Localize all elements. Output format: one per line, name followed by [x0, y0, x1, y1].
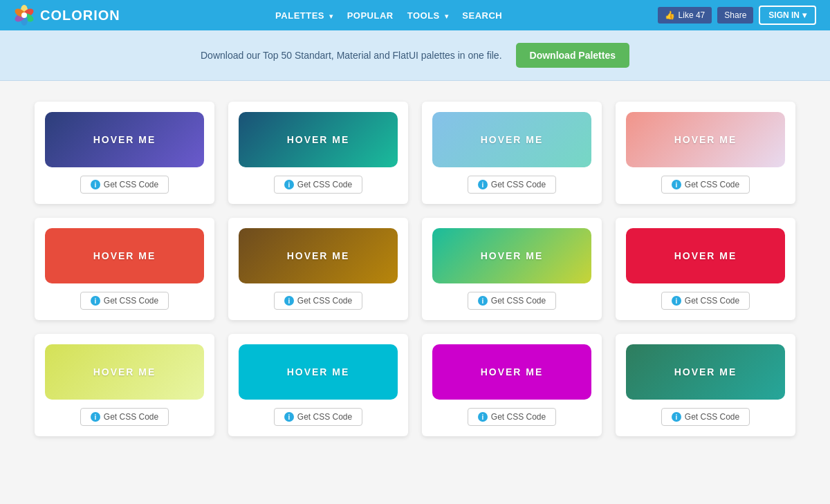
info-icon: i — [91, 296, 100, 306]
get-css-button[interactable]: iGet CSS Code — [80, 408, 169, 426]
css-button-label: Get CSS Code — [297, 180, 352, 189]
palette-swatch[interactable]: HOVER ME — [432, 112, 591, 167]
get-css-button[interactable]: iGet CSS Code — [468, 292, 556, 310]
palette-card: HOVER MEiGet CSS Code — [35, 218, 214, 320]
palette-card: HOVER MEiGet CSS Code — [228, 334, 408, 436]
get-css-button[interactable]: iGet CSS Code — [468, 176, 556, 194]
css-button-label: Get CSS Code — [685, 296, 739, 306]
palette-swatch[interactable]: HOVER ME — [45, 228, 204, 283]
palette-swatch[interactable]: HOVER ME — [45, 112, 204, 167]
nav-popular[interactable]: POPULAR — [347, 10, 394, 21]
palettes-arrow: ▾ — [329, 12, 333, 20]
like-label: Like 47 — [679, 10, 706, 20]
share-label: Share — [724, 10, 746, 20]
palette-card: HOVER MEiGet CSS Code — [616, 334, 795, 436]
css-button-label: Get CSS Code — [685, 412, 739, 422]
palette-hover-label: HOVER ME — [287, 366, 350, 377]
css-button-label: Get CSS Code — [297, 412, 352, 422]
palette-swatch[interactable]: HOVER ME — [432, 228, 591, 283]
palette-hover-label: HOVER ME — [481, 366, 544, 377]
get-css-button[interactable]: iGet CSS Code — [274, 408, 362, 426]
signin-label: SIGN IN — [768, 10, 800, 20]
tools-arrow: ▾ — [445, 12, 449, 20]
css-button-label: Get CSS Code — [104, 296, 158, 306]
css-button-label: Get CSS Code — [685, 180, 739, 189]
info-icon: i — [478, 412, 488, 422]
info-icon: i — [478, 296, 488, 306]
palette-hover-label: HOVER ME — [287, 250, 350, 261]
palette-hover-label: HOVER ME — [481, 250, 544, 261]
nav-search[interactable]: SEARCH — [462, 10, 502, 21]
palette-card: HOVER MEiGet CSS Code — [616, 218, 795, 320]
download-banner: Download our Top 50 Standart, Material a… — [0, 30, 830, 81]
palette-hover-label: HOVER ME — [93, 134, 156, 145]
get-css-button[interactable]: iGet CSS Code — [80, 292, 169, 310]
get-css-button[interactable]: iGet CSS Code — [274, 176, 362, 194]
info-icon: i — [672, 412, 681, 422]
thumbs-up-icon: 👍 — [665, 10, 675, 20]
nav-tools[interactable]: TOOLS ▾ — [407, 10, 449, 21]
css-button-label: Get CSS Code — [491, 296, 546, 306]
info-icon: i — [91, 412, 100, 422]
palette-swatch[interactable]: HOVER ME — [45, 344, 204, 400]
download-palettes-button[interactable]: Download Palettes — [516, 43, 629, 68]
palette-hover-label: HOVER ME — [93, 366, 156, 377]
css-button-label: Get CSS Code — [104, 180, 158, 189]
fb-share-button[interactable]: Share — [717, 7, 753, 24]
get-css-button[interactable]: iGet CSS Code — [661, 176, 750, 194]
palette-card: HOVER MEiGet CSS Code — [422, 334, 602, 436]
palette-swatch[interactable]: HOVER ME — [432, 344, 591, 400]
palette-swatch[interactable]: HOVER ME — [239, 344, 398, 400]
main-content: HOVER MEiGet CSS CodeHOVER MEiGet CSS Co… — [0, 81, 830, 457]
info-icon: i — [91, 180, 100, 189]
palette-hover-label: HOVER ME — [674, 134, 737, 145]
palette-card: HOVER MEiGet CSS Code — [35, 102, 214, 204]
info-icon: i — [672, 180, 681, 189]
palette-card: HOVER MEiGet CSS Code — [422, 218, 602, 320]
info-icon: i — [284, 412, 294, 422]
info-icon: i — [478, 180, 488, 189]
get-css-button[interactable]: iGet CSS Code — [80, 176, 169, 194]
palette-hover-label: HOVER ME — [674, 250, 737, 261]
palette-card: HOVER MEiGet CSS Code — [616, 102, 795, 204]
css-button-label: Get CSS Code — [491, 180, 546, 189]
css-button-label: Get CSS Code — [491, 412, 546, 422]
get-css-button[interactable]: iGet CSS Code — [468, 408, 556, 426]
banner-text: Download our Top 50 Standart, Material a… — [201, 50, 502, 61]
signin-arrow: ▾ — [802, 10, 806, 20]
get-css-button[interactable]: iGet CSS Code — [661, 292, 750, 310]
css-button-label: Get CSS Code — [104, 412, 158, 422]
palette-swatch[interactable]: HOVER ME — [239, 228, 398, 283]
nav-links: PALETTES ▾ POPULAR TOOLS ▾ SEARCH — [275, 10, 502, 21]
palette-swatch[interactable]: HOVER ME — [239, 112, 398, 167]
site-logo[interactable]: COLORION — [14, 5, 120, 26]
get-css-button[interactable]: iGet CSS Code — [661, 408, 750, 426]
palette-hover-label: HOVER ME — [481, 134, 544, 145]
navbar: COLORION PALETTES ▾ POPULAR TOOLS ▾ SEAR… — [0, 0, 830, 30]
info-icon: i — [284, 180, 294, 189]
css-button-label: Get CSS Code — [297, 296, 352, 306]
palette-card: HOVER MEiGet CSS Code — [228, 102, 408, 204]
palette-swatch[interactable]: HOVER ME — [626, 344, 785, 400]
palette-card: HOVER MEiGet CSS Code — [228, 218, 408, 320]
palette-card: HOVER MEiGet CSS Code — [422, 102, 602, 204]
nav-actions: 👍 Like 47 Share SIGN IN ▾ — [658, 6, 816, 25]
site-name: COLORION — [40, 8, 120, 24]
fb-like-button[interactable]: 👍 Like 47 — [658, 7, 712, 24]
palette-hover-label: HOVER ME — [287, 134, 350, 145]
palette-hover-label: HOVER ME — [93, 250, 156, 261]
get-css-button[interactable]: iGet CSS Code — [274, 292, 362, 310]
palette-card: HOVER MEiGet CSS Code — [35, 334, 214, 436]
info-icon: i — [284, 296, 294, 306]
info-icon: i — [672, 296, 681, 306]
palette-swatch[interactable]: HOVER ME — [626, 112, 785, 167]
logo-icon — [14, 5, 35, 26]
palette-hover-label: HOVER ME — [674, 366, 737, 377]
svg-point-6 — [21, 12, 27, 18]
palette-swatch[interactable]: HOVER ME — [626, 228, 785, 283]
nav-palettes[interactable]: PALETTES ▾ — [275, 10, 333, 21]
signin-button[interactable]: SIGN IN ▾ — [759, 6, 816, 25]
palette-grid: HOVER MEiGet CSS CodeHOVER MEiGet CSS Co… — [35, 102, 795, 436]
